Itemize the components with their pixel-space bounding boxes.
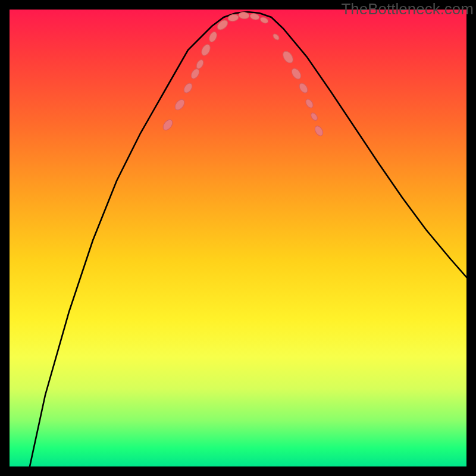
plot-area [10,10,466,466]
data-marker [215,18,229,32]
data-marker [189,67,201,80]
data-marker [259,16,269,24]
data-marker [304,98,314,109]
data-marker [239,12,250,20]
data-marker [182,82,193,94]
data-marker [281,49,295,65]
data-marker [272,33,280,41]
data-marker [298,82,309,94]
data-marker [195,59,205,70]
bottleneck-curve [30,12,466,466]
watermark-text: TheBottleneck.com [341,0,474,18]
chart-svg [10,10,466,466]
chart-frame: TheBottleneck.com [0,0,476,476]
data-marker [309,112,318,121]
data-marker [290,67,303,80]
data-marker [249,12,260,21]
data-marker [200,43,212,57]
data-marker [313,124,324,137]
data-markers [161,12,325,137]
data-marker [161,118,174,131]
data-marker [208,30,218,43]
data-marker [173,98,186,111]
